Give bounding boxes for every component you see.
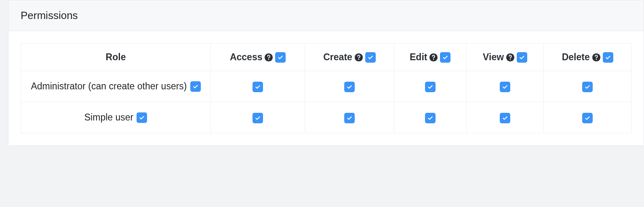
perm-cell-edit	[394, 71, 466, 102]
svg-point-3	[358, 59, 360, 60]
header-delete: Delete	[544, 44, 631, 71]
perm-edit-checkbox[interactable]	[425, 82, 436, 92]
header-edit: Edit	[394, 44, 466, 71]
toggle-all-view-checkbox[interactable]	[517, 52, 527, 63]
svg-point-7	[510, 59, 511, 60]
table-row: Simple user	[21, 102, 631, 133]
header-access: Access	[211, 44, 305, 71]
svg-point-5	[433, 59, 434, 60]
perm-cell-edit	[394, 102, 466, 133]
role-cell: Simple user	[21, 102, 211, 133]
perm-cell-create	[305, 71, 394, 102]
perm-edit-checkbox[interactable]	[425, 113, 436, 123]
svg-point-9	[596, 59, 597, 60]
perm-create-checkbox[interactable]	[344, 113, 355, 123]
table-row: Administrator (can create other users)	[21, 71, 631, 102]
question-circle-icon[interactable]	[264, 53, 273, 62]
perm-access-checkbox[interactable]	[253, 113, 263, 123]
header-access-label: Access	[230, 53, 263, 62]
toggle-row-checkbox[interactable]	[190, 81, 201, 92]
perm-create-checkbox[interactable]	[344, 82, 355, 92]
perm-delete-checkbox[interactable]	[582, 113, 593, 123]
perm-cell-view	[466, 102, 544, 133]
panel-body: Role Access	[8, 31, 644, 146]
perm-cell-delete	[544, 71, 631, 102]
header-role-label: Role	[106, 52, 126, 62]
toggle-all-access-checkbox[interactable]	[275, 52, 286, 63]
question-circle-icon[interactable]	[592, 53, 601, 62]
permissions-card: Permissions Role Access	[8, 0, 644, 146]
perm-cell-view	[466, 71, 544, 102]
toggle-all-edit-checkbox[interactable]	[440, 52, 450, 63]
header-view-label: View	[483, 53, 504, 62]
header-role: Role	[21, 44, 211, 71]
permissions-table: Role Access	[21, 43, 631, 133]
role-label: Administrator (can create other users)	[31, 82, 187, 91]
table-header-row: Role Access	[21, 44, 631, 71]
panel-title: Permissions	[8, 0, 644, 31]
perm-cell-access	[211, 102, 305, 133]
header-edit-label: Edit	[410, 53, 427, 62]
toggle-all-create-checkbox[interactable]	[365, 52, 376, 63]
role-cell: Administrator (can create other users)	[21, 71, 211, 102]
question-circle-icon[interactable]	[429, 53, 438, 62]
svg-point-1	[268, 59, 269, 60]
perm-access-checkbox[interactable]	[253, 82, 263, 92]
role-label: Simple user	[84, 113, 133, 122]
header-create: Create	[305, 44, 394, 71]
header-view: View	[466, 44, 544, 71]
perm-view-checkbox[interactable]	[500, 113, 510, 123]
question-circle-icon[interactable]	[506, 53, 515, 62]
header-delete-label: Delete	[562, 53, 590, 62]
perm-cell-access	[211, 71, 305, 102]
perm-view-checkbox[interactable]	[500, 82, 510, 92]
perm-delete-checkbox[interactable]	[582, 82, 593, 92]
toggle-all-delete-checkbox[interactable]	[603, 52, 613, 63]
question-circle-icon[interactable]	[354, 53, 363, 62]
header-create-label: Create	[323, 53, 352, 62]
perm-cell-delete	[544, 102, 631, 133]
perm-cell-create	[305, 102, 394, 133]
toggle-row-checkbox[interactable]	[137, 112, 147, 123]
